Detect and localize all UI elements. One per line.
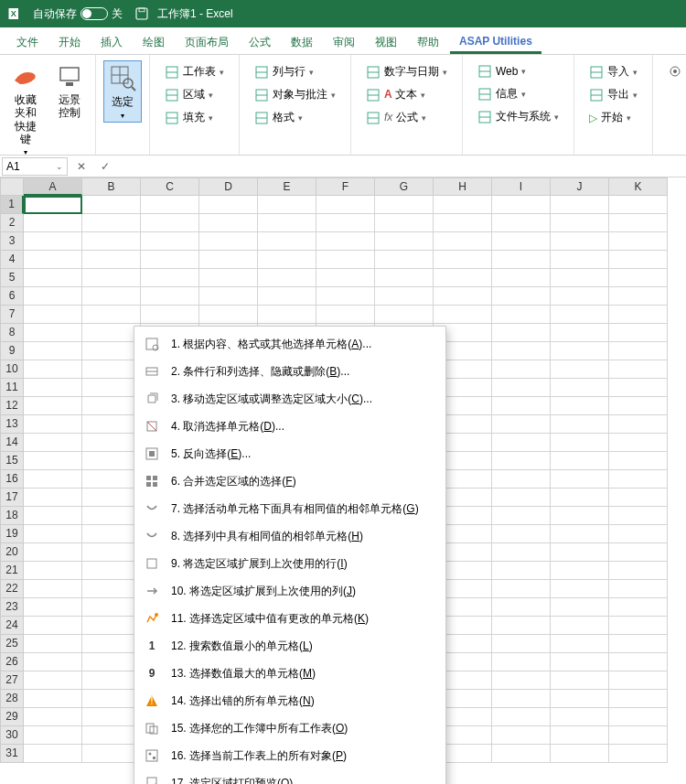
row-header[interactable]: 1 xyxy=(0,196,24,214)
cell[interactable] xyxy=(434,306,492,324)
row-header[interactable]: 17 xyxy=(0,489,24,507)
row-header[interactable]: 26 xyxy=(0,653,24,671)
cell[interactable] xyxy=(24,580,82,598)
cell[interactable] xyxy=(258,251,316,269)
cell[interactable] xyxy=(199,269,258,287)
menu-item-16[interactable]: 16. 选择当前工作表上的所有对象(P) xyxy=(134,742,445,769)
cell[interactable] xyxy=(199,214,258,232)
cell[interactable] xyxy=(551,635,609,653)
cell[interactable] xyxy=(551,489,609,507)
cell[interactable] xyxy=(609,434,668,452)
cell[interactable] xyxy=(609,671,668,690)
cell[interactable] xyxy=(24,251,82,269)
cell[interactable] xyxy=(492,324,551,342)
cell[interactable] xyxy=(551,434,609,452)
cell[interactable] xyxy=(258,196,316,214)
cell[interactable] xyxy=(434,214,492,232)
tab-审阅[interactable]: 审阅 xyxy=(324,29,364,54)
column-header[interactable]: H xyxy=(434,177,492,196)
cell[interactable] xyxy=(492,635,551,653)
cell[interactable] xyxy=(609,489,668,507)
row-header[interactable]: 25 xyxy=(0,635,24,653)
cell[interactable] xyxy=(551,269,609,287)
cell[interactable] xyxy=(551,379,609,397)
tab-公式[interactable]: 公式 xyxy=(240,29,280,54)
row-header[interactable]: 18 xyxy=(0,507,24,525)
toggle-switch[interactable] xyxy=(80,7,108,20)
cell[interactable] xyxy=(551,214,609,232)
cell[interactable] xyxy=(141,214,199,232)
cell[interactable] xyxy=(375,269,434,287)
cell[interactable] xyxy=(82,251,141,269)
cell[interactable] xyxy=(551,745,609,763)
row-header[interactable]: 24 xyxy=(0,617,24,635)
cell[interactable] xyxy=(24,543,82,562)
column-header[interactable]: A xyxy=(24,177,82,196)
cell[interactable] xyxy=(609,251,668,269)
cell[interactable] xyxy=(492,543,551,562)
ribbon-item[interactable]: ▷开始▾ xyxy=(585,108,641,127)
worksheet-grid[interactable]: ABCDEFGHIJK 1234567891011121314151617181… xyxy=(0,177,686,763)
cell[interactable] xyxy=(24,726,82,745)
cell[interactable] xyxy=(375,251,434,269)
tab-插入[interactable]: 插入 xyxy=(91,29,132,54)
cell[interactable] xyxy=(375,196,434,214)
cell[interactable] xyxy=(82,415,141,434)
cell[interactable] xyxy=(492,708,551,726)
cell[interactable] xyxy=(609,470,668,489)
cell[interactable] xyxy=(141,287,199,306)
cell[interactable] xyxy=(82,489,141,507)
row-header[interactable]: 16 xyxy=(0,470,24,489)
cell[interactable] xyxy=(551,251,609,269)
autosave-toggle[interactable]: 自动保存 关 xyxy=(33,6,123,22)
cell[interactable] xyxy=(24,525,82,543)
cell[interactable] xyxy=(551,342,609,360)
column-header[interactable]: C xyxy=(141,177,199,196)
cell[interactable] xyxy=(434,196,492,214)
cell[interactable] xyxy=(199,287,258,306)
cell[interactable] xyxy=(24,379,82,397)
cell[interactable] xyxy=(82,360,141,379)
cell[interactable] xyxy=(551,507,609,525)
row-header[interactable]: 20 xyxy=(0,543,24,562)
cell[interactable] xyxy=(24,287,82,306)
cell[interactable] xyxy=(375,287,434,306)
cell[interactable] xyxy=(609,232,668,251)
cell[interactable] xyxy=(258,269,316,287)
cell[interactable] xyxy=(492,507,551,525)
remote-control-button[interactable]: 远景 控制 xyxy=(51,60,88,158)
cell[interactable] xyxy=(551,726,609,745)
cell[interactable] xyxy=(24,470,82,489)
cell[interactable] xyxy=(82,379,141,397)
cell[interactable] xyxy=(199,232,258,251)
ribbon-item[interactable]: 列与行▾ xyxy=(251,62,339,81)
tab-开始[interactable]: 开始 xyxy=(49,29,90,54)
cell[interactable] xyxy=(82,397,141,415)
row-header[interactable]: 7 xyxy=(0,306,24,324)
row-header[interactable]: 3 xyxy=(0,232,24,251)
row-header[interactable]: 14 xyxy=(0,434,24,452)
cell[interactable] xyxy=(258,306,316,324)
cell[interactable] xyxy=(609,214,668,232)
cell[interactable] xyxy=(492,342,551,360)
menu-item-12[interactable]: 112. 搜索数值最小的单元格(L) xyxy=(134,632,445,660)
cell[interactable] xyxy=(24,306,82,324)
cell[interactable] xyxy=(609,342,668,360)
ribbon-item[interactable]: fx 公式▾ xyxy=(362,108,451,127)
cell[interactable] xyxy=(316,232,375,251)
cell[interactable] xyxy=(609,617,668,635)
cell[interactable] xyxy=(551,415,609,434)
column-header[interactable]: E xyxy=(258,177,316,196)
menu-item-10[interactable]: 10. 将选定区域扩展到上次使用的列(J) xyxy=(134,577,445,605)
cell[interactable] xyxy=(82,269,141,287)
cell[interactable] xyxy=(82,306,141,324)
cell[interactable] xyxy=(82,507,141,525)
cell[interactable] xyxy=(82,635,141,653)
cell[interactable] xyxy=(82,580,141,598)
cell[interactable] xyxy=(492,251,551,269)
row-header[interactable]: 22 xyxy=(0,580,24,598)
cell[interactable] xyxy=(492,306,551,324)
cell[interactable] xyxy=(492,671,551,690)
menu-item-6[interactable]: 6. 合并选定区域的选择(F) xyxy=(134,467,445,495)
cell[interactable] xyxy=(375,214,434,232)
